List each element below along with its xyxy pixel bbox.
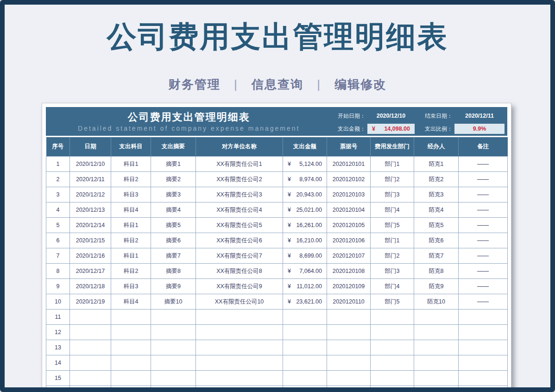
cell-category[interactable] (111, 325, 151, 340)
cell-handler[interactable] (414, 310, 459, 325)
cell-date[interactable] (70, 310, 111, 325)
cell-receipt-no[interactable]: 2020120102 (327, 172, 371, 187)
cell-handler[interactable] (414, 371, 459, 386)
cell-amount[interactable] (283, 386, 327, 392)
cell-amount[interactable]: ¥20,943.00 (283, 187, 327, 202)
cell-department[interactable] (371, 386, 414, 392)
cell-date[interactable]: 2020/12/12 (70, 187, 111, 202)
cell-department[interactable]: 部门5 (371, 294, 414, 310)
cell-counterparty[interactable] (196, 371, 283, 386)
cell-counterparty[interactable] (196, 355, 283, 371)
cell-category[interactable]: 科目2 (111, 233, 151, 248)
expense-amount-value[interactable]: ¥ 14,098.00 (367, 124, 415, 134)
cell-summary[interactable]: 摘要9 (151, 279, 196, 294)
cell-category[interactable]: 科目1 (111, 218, 151, 233)
cell-summary[interactable]: 摘要10 (151, 294, 196, 310)
cell-handler[interactable]: 陌克10 (414, 294, 459, 310)
cell-date[interactable]: 2020/12/16 (70, 248, 111, 264)
cell-date[interactable]: 2020/12/10 (70, 157, 111, 172)
cell-serial[interactable]: 5 (46, 218, 70, 233)
cell-summary[interactable] (151, 325, 196, 340)
cell-category[interactable]: 科目1 (111, 157, 151, 172)
cell-note[interactable]: —— (459, 279, 508, 294)
cell-receipt-no[interactable]: 2020120106 (327, 233, 371, 248)
cell-department[interactable]: 部门5 (371, 218, 414, 233)
cell-handler[interactable] (414, 340, 459, 355)
cell-date[interactable]: 2020/12/13 (70, 202, 111, 218)
cell-category[interactable]: 科目3 (111, 279, 151, 294)
cell-date[interactable] (70, 340, 111, 355)
cell-serial[interactable]: 8 (46, 264, 70, 279)
cell-amount[interactable]: ¥16,261.00 (283, 218, 327, 233)
cell-amount[interactable]: ¥5,124.00 (283, 157, 327, 172)
cell-counterparty[interactable]: XX有限责任公司9 (196, 279, 283, 294)
cell-handler[interactable] (414, 325, 459, 340)
cell-date[interactable]: 2020/12/11 (70, 172, 111, 187)
cell-receipt-no[interactable] (327, 340, 371, 355)
cell-amount[interactable] (283, 310, 327, 325)
cell-counterparty[interactable]: XX有限责任公司7 (196, 248, 283, 264)
cell-amount[interactable]: ¥7,064.00 (283, 264, 327, 279)
cell-amount[interactable]: ¥8,974.00 (283, 172, 327, 187)
cell-category[interactable]: 科目4 (111, 294, 151, 310)
cell-note[interactable] (459, 325, 508, 340)
cell-date[interactable]: 2020/12/14 (70, 218, 111, 233)
cell-counterparty[interactable]: XX有限责任公司1 (196, 157, 283, 172)
cell-receipt-no[interactable] (327, 355, 371, 371)
cell-department[interactable]: 部门3 (371, 187, 414, 202)
cell-category[interactable]: 科目2 (111, 264, 151, 279)
cell-serial[interactable]: 13 (46, 340, 70, 355)
cell-date[interactable] (70, 371, 111, 386)
cell-counterparty[interactable]: XX有限责任公司4 (196, 202, 283, 218)
cell-serial[interactable]: 14 (46, 355, 70, 371)
cell-serial[interactable]: 10 (46, 294, 70, 310)
cell-department[interactable]: 部门1 (371, 157, 414, 172)
cell-note[interactable]: —— (459, 264, 508, 279)
cell-amount[interactable]: ¥8,699.00 (283, 248, 327, 264)
cell-category[interactable]: 科目4 (111, 202, 151, 218)
cell-summary[interactable]: 摘要8 (151, 264, 196, 279)
cell-amount[interactable]: ¥16,210.00 (283, 233, 327, 248)
cell-department[interactable] (371, 325, 414, 340)
cell-summary[interactable]: 摘要4 (151, 202, 196, 218)
cell-handler[interactable] (414, 355, 459, 371)
cell-department[interactable] (371, 340, 414, 355)
cell-note[interactable]: —— (459, 172, 508, 187)
cell-note[interactable]: —— (459, 187, 508, 202)
cell-note[interactable] (459, 371, 508, 386)
cell-category[interactable] (111, 340, 151, 355)
end-date-value[interactable]: 2020/12/11 (454, 113, 505, 119)
cell-counterparty[interactable]: XX有限责任公司2 (196, 172, 283, 187)
cell-receipt-no[interactable] (327, 386, 371, 392)
cell-note[interactable] (459, 310, 508, 325)
cell-category[interactable]: 科目1 (111, 248, 151, 264)
cell-summary[interactable]: 摘要3 (151, 187, 196, 202)
cell-receipt-no[interactable] (327, 310, 371, 325)
cell-date[interactable]: 2020/12/19 (70, 294, 111, 310)
cell-department[interactable]: 部门4 (371, 202, 414, 218)
cell-counterparty[interactable]: XX有限责任公司6 (196, 233, 283, 248)
cell-receipt-no[interactable] (327, 325, 371, 340)
cell-date[interactable] (70, 325, 111, 340)
cell-serial[interactable]: 12 (46, 325, 70, 340)
cell-note[interactable] (459, 355, 508, 371)
cell-date[interactable]: 2020/12/15 (70, 233, 111, 248)
cell-receipt-no[interactable]: 2020120107 (327, 248, 371, 264)
cell-note[interactable] (459, 340, 508, 355)
cell-counterparty[interactable]: XX有限责任公司5 (196, 218, 283, 233)
cell-serial[interactable]: 9 (46, 279, 70, 294)
cell-note[interactable]: —— (459, 294, 508, 310)
cell-serial[interactable]: 2 (46, 172, 70, 187)
cell-counterparty[interactable] (196, 310, 283, 325)
expense-ratio-value[interactable]: 9.9% (454, 124, 505, 134)
cell-category[interactable] (111, 355, 151, 371)
cell-serial[interactable]: 4 (46, 202, 70, 218)
cell-serial[interactable]: 11 (46, 310, 70, 325)
cell-amount[interactable]: ¥23,621.00 (283, 294, 327, 310)
cell-handler[interactable]: 陌克9 (414, 279, 459, 294)
cell-handler[interactable]: 陌克6 (414, 233, 459, 248)
cell-category[interactable] (111, 310, 151, 325)
cell-date[interactable] (70, 386, 111, 392)
cell-handler[interactable]: 陌克4 (414, 202, 459, 218)
cell-handler[interactable]: 陌克7 (414, 248, 459, 264)
